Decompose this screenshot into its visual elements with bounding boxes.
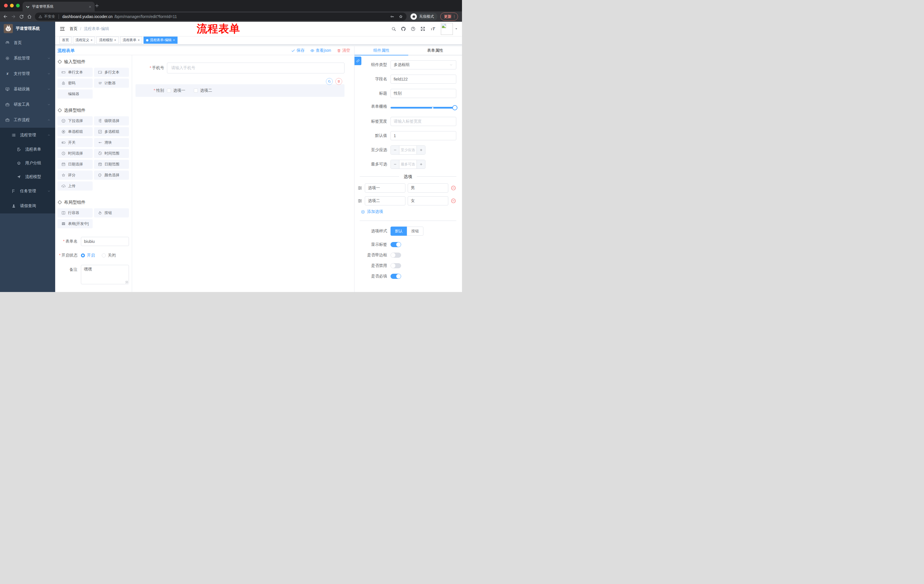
palette-item[interactable]: 日期范围 [94,160,129,169]
slider-handle[interactable] [452,105,457,110]
search-icon[interactable] [389,26,399,31]
font-size-icon[interactable]: TT [428,26,438,32]
form-grid-slider[interactable] [391,103,456,112]
field-name-input[interactable]: field122 [391,74,456,84]
palette-item[interactable]: 单行文本 [58,68,92,77]
option-style-active[interactable]: 默认 [391,227,407,236]
sidebar-item-7[interactable]: 流程表单 [0,143,55,156]
toggle-switch[interactable] [391,263,401,268]
palette-item[interactable]: 时间选择 [58,149,92,158]
palette-item[interactable]: 日期选择 [58,160,92,169]
palette-item[interactable]: 多选框组 [94,127,129,136]
option-value-input[interactable]: 女 [408,196,448,206]
title-input[interactable]: 性别 [391,89,456,98]
palette-item[interactable]: 123 计数器 [94,79,129,88]
palette-item[interactable]: 滑块 [94,138,129,147]
drag-handle-icon[interactable] [357,186,363,191]
toggle-switch[interactable] [391,242,401,247]
avatar[interactable] [441,23,453,35]
remove-option-icon[interactable] [450,185,456,191]
remove-option-icon[interactable] [450,198,456,204]
form-canvas[interactable]: 手机号 请输入手机号 [132,55,354,292]
max-select-stepper[interactable]: 最多可选 [391,160,426,169]
min-select-stepper[interactable]: 至少应选 [391,145,426,155]
phone-field[interactable]: 手机号 请输入手机号 [135,63,345,73]
sidebar-item-1[interactable]: 系统管理 [0,51,55,66]
stepper-minus-button[interactable] [391,160,399,169]
home-button[interactable] [27,14,32,19]
sidebar-item-5[interactable]: 工作流程 [0,112,55,128]
checkbox-icon[interactable] [167,89,171,92]
github-icon[interactable] [399,26,408,31]
tag-1[interactable]: 流程定义 × [73,36,95,44]
palette-item[interactable]: 密码 [58,79,92,88]
back-button[interactable] [3,14,8,19]
status-off-radio[interactable]: 关闭 [102,253,116,258]
save-button[interactable]: 保存 [291,48,304,53]
toggle-switch[interactable] [391,253,401,258]
palette-item[interactable]: 下拉选择 [58,116,92,125]
tag-close-icon[interactable]: × [91,39,92,42]
form-remark-textarea[interactable]: 嘿嘿 [81,265,129,284]
stepper-plus-button[interactable] [417,146,425,154]
tag-2[interactable]: 流程模型 × [96,36,118,44]
status-on-radio[interactable]: 开启 [81,253,95,258]
palette-item[interactable]: 单选框组 [58,127,92,136]
palette-item[interactable]: 上传 [58,181,92,191]
checkbox-option[interactable]: 选项二 [194,88,212,93]
sidebar-item-8[interactable]: 用户分组 [0,156,55,170]
tag-0[interactable]: 首页 [59,36,71,44]
option-label-input[interactable]: 选项二 [365,196,405,206]
sidebar-item-2[interactable]: ¥ 支付管理 [0,66,55,81]
address-bar[interactable]: 不安全 dashboard.yudao.iocoder.cn/bpm/manag… [35,13,406,21]
default-value-input[interactable]: 1 [391,131,456,140]
fullscreen-icon[interactable] [418,26,428,31]
palette-item[interactable]: 评分 [58,171,92,180]
breadcrumb-home[interactable]: 首页 [69,26,78,31]
drawer-link-handle[interactable] [355,57,361,65]
tab-component-props[interactable]: 组件属性 [355,46,408,55]
window-close-button[interactable] [4,4,8,7]
browser-menu-icon[interactable] [452,14,457,19]
form-name-input[interactable]: biubiu [81,237,129,246]
view-json-button[interactable]: 查看json [310,48,331,53]
palette-item[interactable]: 级联选择 [94,116,129,125]
sidebar-item-6[interactable]: 流程管理 [0,128,55,143]
add-option-button[interactable]: 添加选项 [361,209,456,214]
sidebar-item-11[interactable]: 请假查询 [0,199,55,214]
tab-close-icon[interactable] [88,5,92,8]
reload-button[interactable] [19,14,24,19]
password-key-icon[interactable] [390,14,394,19]
label-width-input[interactable]: 请输入标签宽度 [391,117,456,126]
tag-3[interactable]: 流程表单 × [120,36,142,44]
sidebar-item-3[interactable]: 基础设施 [0,81,55,97]
new-tab-button[interactable] [94,3,99,8]
not-secure-label[interactable]: 不安全 [44,14,55,19]
palette-item[interactable]: 行容器 [58,208,92,217]
gender-field-selected[interactable]: 性别 选项一 选项二 [135,84,345,97]
component-type-select[interactable]: 多选框组 [391,60,456,69]
window-minimize-button[interactable] [10,4,14,7]
window-zoom-button[interactable] [16,4,20,7]
tag-close-icon[interactable]: × [114,39,116,42]
tab-form-props[interactable]: 表单属性 [408,46,462,55]
help-icon[interactable] [408,26,418,31]
palette-item[interactable]: 开关 [58,138,92,147]
palette-item[interactable]: 颜色选择 [94,171,129,180]
stepper-plus-button[interactable] [417,160,425,169]
browser-tab[interactable]: 芋道管理系统 [23,2,95,12]
sidebar-item-0[interactable]: 首页 [0,35,55,51]
palette-item[interactable]: 编辑器 [58,89,92,99]
palette-item[interactable]: 按钮 [94,208,129,217]
option-value-input[interactable]: 男 [408,183,448,192]
option-label-input[interactable]: 选项一 [365,183,405,192]
palette-item[interactable]: 时间范围 [94,149,129,158]
avatar-caret-icon[interactable] [455,27,458,31]
palette-item[interactable]: 表格[开发中] [58,219,92,228]
stepper-minus-button[interactable] [391,146,399,154]
clear-button[interactable]: 清空 [337,48,350,53]
chrome-update-button[interactable]: 更新 [440,13,458,21]
forward-button[interactable] [11,14,16,19]
phone-input[interactable]: 请输入手机号 [167,63,345,73]
option-style-inactive[interactable]: 按钮 [407,227,423,236]
